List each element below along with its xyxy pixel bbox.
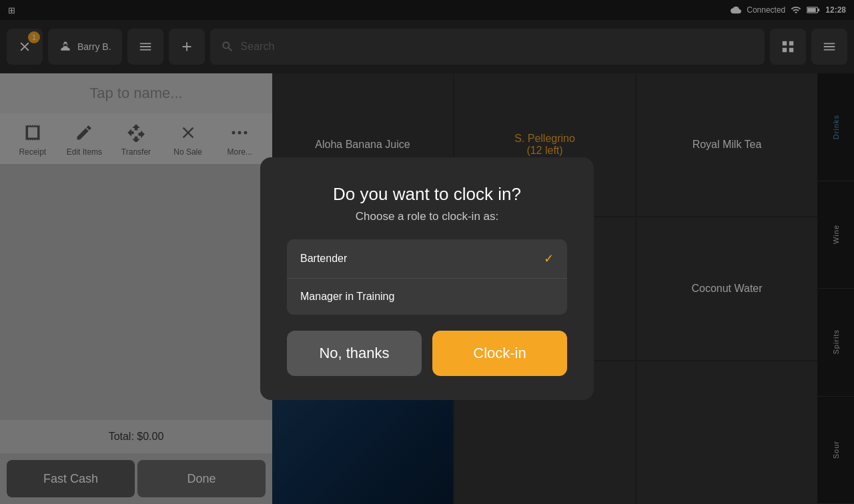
role-name-manager: Manager in Training: [300, 291, 394, 303]
role-list: Bartender ✓ Manager in Training: [287, 239, 567, 315]
role-item-bartender[interactable]: Bartender ✓: [287, 239, 567, 279]
role-name-bartender: Bartender: [300, 253, 347, 265]
modal-actions: No, thanks Clock-in: [287, 331, 567, 376]
modal-overlay: Do you want to clock in? Choose a role t…: [0, 0, 854, 504]
clock-in-modal: Do you want to clock in? Choose a role t…: [260, 157, 594, 400]
modal-subtitle: Choose a role to clock-in as:: [356, 210, 499, 223]
role-item-manager[interactable]: Manager in Training: [287, 279, 567, 315]
modal-title: Do you want to clock in?: [333, 184, 521, 205]
check-icon: ✓: [544, 251, 554, 266]
cancel-button[interactable]: No, thanks: [287, 331, 422, 376]
clock-in-button[interactable]: Clock-in: [432, 331, 567, 376]
